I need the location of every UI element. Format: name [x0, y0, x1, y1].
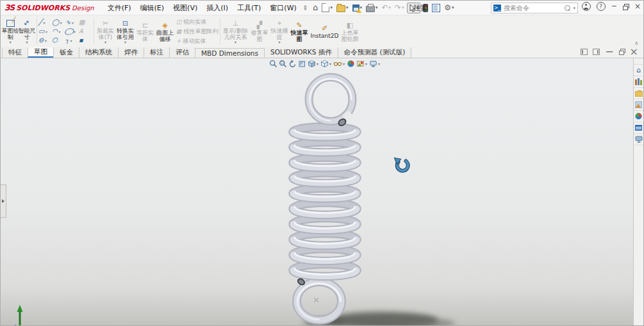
open-button[interactable]: ▾	[335, 3, 350, 13]
graphics-viewport[interactable]: ▾ ▾ ▾ ▾ ▾ ⌂	[1, 58, 643, 326]
circle-tool[interactable]: ◯▾	[52, 18, 65, 27]
repair-sketch-icon: ▞	[257, 21, 262, 29]
hide-show-items-button[interactable]: ▾	[333, 60, 345, 68]
move-entities-button[interactable]: +移动实体	[176, 37, 219, 45]
home-icon: ⌂	[313, 4, 318, 12]
point-tool[interactable]: ▪	[79, 36, 92, 45]
ellipse-tool[interactable]: ◯▾	[65, 27, 79, 36]
mirror-entities-button[interactable]: ◫镜向实体	[176, 18, 219, 26]
sketch-pattern-tool[interactable]: ▦	[79, 18, 92, 27]
zoom-to-fit-button[interactable]	[269, 60, 277, 68]
offset-entities-button[interactable]: ⊏ 等距实体	[135, 21, 155, 42]
solidworks-forum-button[interactable]	[634, 134, 643, 145]
sketch-fillet-tool[interactable]: ┐▾	[65, 36, 79, 45]
tab-solidworks-addins[interactable]: SOLIDWORKS 插件	[264, 47, 338, 58]
design-library-button[interactable]	[634, 76, 643, 88]
open-folder-icon	[336, 5, 345, 12]
zoom-to-area-button[interactable]	[279, 60, 287, 68]
arc-tool[interactable]: ◠▾	[52, 27, 65, 36]
trim-entities-button[interactable]: ✂ 剪裁实体(T)▾	[95, 19, 115, 44]
logo-suffix: Design	[72, 4, 94, 12]
smart-dimension-button[interactable]: ↔ 智能尺 寸 ▾	[19, 19, 35, 44]
previous-view-icon	[288, 60, 297, 68]
mirror-entities-icon: ◫	[176, 19, 182, 25]
ribbon-collapse-icon[interactable]: ∧	[634, 40, 638, 46]
rapid-sketch-button[interactable]: ✎ 快速草图	[290, 21, 310, 42]
smart-dimension-icon: ↔	[22, 19, 31, 28]
display-delete-relations-button[interactable]: ⊥ 显示/删除几何关系▾	[222, 19, 250, 44]
menu-view[interactable]: 视图(V)	[169, 2, 202, 14]
move-entities-icon: +	[176, 38, 181, 44]
tab-features[interactable]: 特征	[2, 47, 28, 58]
save-button[interactable]: ▾	[351, 4, 364, 12]
line-tool[interactable]: ╱▾	[38, 18, 52, 27]
home-button[interactable]: ⌂	[311, 3, 319, 12]
print-button[interactable]: ▾	[365, 3, 379, 13]
menu-file[interactable]: 文件(F)	[103, 2, 136, 14]
solidworks-window: ЗS SOLIDWORKS Design 文件(F) 编辑(E) 视图(V) 插…	[0, 0, 644, 326]
file-explorer-button[interactable]	[634, 88, 643, 99]
tab-sketch[interactable]: 草图	[28, 46, 54, 58]
appearances-scenes-button[interactable]	[634, 111, 643, 122]
tab-mbd-dimensions[interactable]: MBD Dimensions	[195, 48, 265, 58]
spring-3d-model[interactable]	[1, 58, 643, 326]
repair-sketch-button[interactable]: ▞ 修复草图	[250, 21, 270, 42]
minimize-button[interactable]: −	[611, 2, 617, 11]
menu-tools[interactable]: 工具(T)	[233, 2, 265, 14]
display-style-icon	[320, 60, 329, 68]
close-button[interactable]: ×	[634, 3, 641, 11]
tab-weldments[interactable]: 焊件	[118, 47, 144, 58]
search-placeholder: 搜索命令	[504, 4, 562, 13]
menu-window[interactable]: 窗口(W)	[265, 2, 301, 14]
linear-sketch-pattern-button[interactable]: ▦线性草图阵列	[176, 28, 219, 36]
solidworks-resources-button[interactable]: ⌂	[634, 64, 643, 76]
zoom-to-fit-icon	[269, 60, 277, 68]
pin-menu-icon[interactable]: ✎	[301, 3, 310, 12]
feature-tree-flyout-tab[interactable]	[1, 184, 6, 218]
new-document-button[interactable]: ▾	[320, 3, 334, 13]
login-icon[interactable]	[582, 2, 591, 11]
text-tool[interactable]: A	[79, 27, 92, 36]
rectangle-tool[interactable]: ▭▾	[38, 27, 52, 36]
instant2d-button[interactable]: ✐ Instant2D	[310, 24, 340, 39]
design-library-icon	[635, 78, 642, 85]
shaded-sketch-contours-button[interactable]: ◧ 上色草图轮廓	[340, 21, 360, 42]
right-pane-toggle-icon[interactable]	[593, 49, 600, 55]
tab-command-predictor[interactable]: 命令预测器 (测试版)	[338, 47, 412, 58]
apply-scene-button[interactable]: ▾	[356, 60, 368, 68]
restore-button[interactable]	[623, 4, 629, 10]
menu-insert[interactable]: 插入(I)	[202, 2, 233, 14]
ribbon-group-create: 草图绘 制 ▾ ↔ 智能尺 寸 ▾	[2, 16, 35, 47]
view-palette-button[interactable]	[634, 99, 643, 111]
spline-tool[interactable]: ∿▾	[65, 18, 79, 27]
view-orientation-button[interactable]: ▾	[308, 60, 319, 68]
search-dropdown-caret-icon[interactable]: ▾	[573, 6, 575, 11]
document-restore-button[interactable]	[619, 49, 625, 54]
help-icon[interactable]: ?	[597, 2, 606, 11]
menu-edit[interactable]: 编辑(E)	[136, 2, 169, 14]
tab-structure-system[interactable]: 结构系统	[79, 47, 119, 58]
quick-snaps-button[interactable]: ⌖ 快速捕捉▾	[270, 19, 290, 44]
window-controls: ? − ×	[582, 2, 641, 11]
convert-entities-button[interactable]: ⊡ 转换实体引用▾	[115, 19, 135, 44]
forum-monitor-icon	[635, 136, 643, 143]
view-settings-button[interactable]: ▾	[369, 60, 381, 68]
sketch-button[interactable]: 草图绘 制 ▾	[2, 19, 19, 44]
apply-scene-icon	[356, 60, 365, 68]
tab-markup[interactable]: 标注	[144, 47, 170, 58]
tab-evaluate[interactable]: 评估	[169, 47, 195, 58]
section-view-button[interactable]	[298, 60, 306, 68]
polygon-tool[interactable]: ⬡	[52, 36, 65, 45]
left-pane-toggle-icon[interactable]	[581, 49, 588, 55]
display-style-button[interactable]: ▾	[320, 60, 332, 68]
slot-tool[interactable]: ⊖▾	[38, 36, 52, 45]
document-title: 挂簧	[387, 3, 454, 13]
search-icon[interactable]	[565, 5, 570, 11]
tab-sheet-metal[interactable]: 钣金	[53, 47, 79, 58]
ribbon-group-sketch-entities: ╱▾ ◯▾ ∿▾ ▦ ▭▾ ◠▾ ◯▾ A ⊖▾ ⬡ ┐▾ ▪	[38, 16, 92, 47]
edit-appearance-button[interactable]	[347, 60, 355, 68]
previous-view-button[interactable]	[288, 60, 297, 68]
command-search-box[interactable]: >_ 搜索命令 ▾	[491, 3, 578, 13]
offset-on-surface-button[interactable]: ◈ 曲面上偏移	[155, 21, 175, 42]
custom-properties-button[interactable]	[634, 122, 643, 134]
